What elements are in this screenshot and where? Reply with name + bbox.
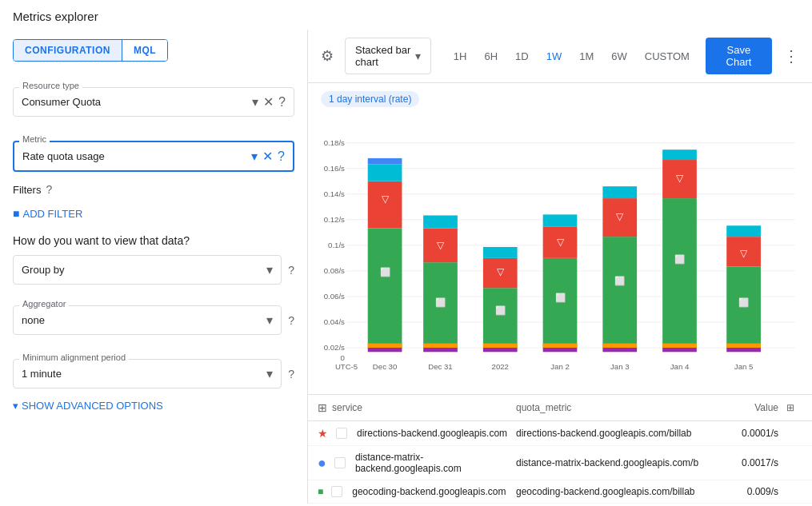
left-panel: CONFIGURATION MQL Resource type Consumer…: [0, 30, 308, 504]
aggregator-section: Aggregator none ▾ ?: [13, 293, 294, 335]
legend-col-quota: quota_metric: [516, 402, 714, 413]
svg-rect-21: [368, 164, 402, 181]
svg-text:⬜: ⬜: [738, 297, 750, 308]
svg-text:0.18/s: 0.18/s: [324, 138, 345, 147]
group-by-select[interactable]: Group by ▾: [13, 255, 282, 285]
legend-row-3-service: ■ geocoding-backend.googleapis.com: [318, 486, 516, 497]
time-1d-button[interactable]: 1D: [507, 46, 537, 67]
svg-rect-50: [602, 186, 637, 198]
metric-help-icon[interactable]: ?: [278, 149, 285, 164]
view-section-title: How do you want to view that data?: [13, 234, 294, 247]
service-col-icon: ⊞: [318, 401, 327, 414]
resource-type-section: Resource type Consumer Quota ▾ ✕ ?: [13, 74, 294, 117]
svg-rect-58: [662, 348, 697, 352]
add-filter-button[interactable]: ■ ADD FILTER: [13, 204, 294, 223]
resource-type-label: Resource type: [19, 81, 82, 90]
svg-rect-65: [726, 348, 761, 352]
legend-row-2-checkbox[interactable]: [334, 457, 346, 468]
svg-text:⬜: ⬜: [674, 254, 686, 265]
metric-label: Metric: [19, 134, 50, 144]
tab-mql[interactable]: MQL: [122, 40, 167, 61]
vis-icon[interactable]: ⊞: [786, 402, 794, 413]
chart-container: 0.18/s 0.16/s 0.14/s 0.12/s 0.1/s 0.08/s…: [321, 114, 799, 394]
legend-row-1-service: ★ directions-backend.googleapis.com: [318, 427, 516, 440]
svg-text:⬜: ⬜: [380, 267, 391, 277]
legend-row: ★ directions-backend.googleapis.com dire…: [308, 421, 812, 446]
aggregator-help-icon[interactable]: ?: [288, 314, 294, 327]
legend-row: ● distance-matrix-backend.googleapis.com…: [308, 446, 812, 480]
svg-text:0.16/s: 0.16/s: [324, 164, 345, 173]
filters-help-icon[interactable]: ?: [46, 183, 52, 196]
svg-text:▽: ▽: [676, 173, 684, 183]
tab-bar: CONFIGURATION MQL: [13, 39, 168, 62]
time-1h-button[interactable]: 1H: [446, 46, 475, 67]
more-options-icon[interactable]: ⋮: [783, 46, 799, 66]
resource-type-dropdown-icon[interactable]: ▾: [252, 94, 258, 110]
metric-value: Rate quota usage: [22, 150, 251, 162]
group-by-arrow-icon: ▾: [266, 262, 273, 277]
metric-section: Metric Rate quota usage ▾ ✕ ?: [13, 128, 294, 172]
metric-clear-icon[interactable]: ✕: [262, 149, 273, 164]
svg-rect-55: [662, 198, 697, 348]
aggregator-select[interactable]: none ▾: [13, 305, 282, 335]
svg-text:Jan 3: Jan 3: [610, 362, 630, 371]
filters-label: Filters: [13, 184, 41, 196]
resource-type-clear-icon[interactable]: ✕: [263, 94, 274, 110]
chart-type-button[interactable]: Stacked bar chart ▾: [345, 38, 431, 74]
time-1m-button[interactable]: 1M: [571, 46, 602, 67]
svg-text:⬜: ⬜: [614, 276, 626, 286]
svg-text:0: 0: [341, 353, 345, 362]
svg-text:0.12/s: 0.12/s: [324, 215, 345, 224]
legend-row-1-service-text: directions-backend.googleapis.com: [357, 428, 507, 439]
time-6h-button[interactable]: 6H: [476, 46, 506, 67]
legend-row-3-checkbox[interactable]: [331, 486, 342, 497]
alignment-select[interactable]: 1 minute ▾: [13, 359, 282, 388]
group-by-help-icon[interactable]: ?: [288, 264, 294, 277]
legend-row-2-quota: distance-matrix-backend.googleapis.com/b: [516, 457, 714, 468]
resource-type-value: Consumer Quota: [22, 96, 252, 108]
legend-row-2-dot-icon: ●: [318, 456, 326, 470]
legend-row-2-value-text: 0.0017/s: [742, 457, 778, 468]
svg-text:▽: ▽: [557, 237, 565, 247]
svg-text:0.02/s: 0.02/s: [324, 343, 345, 352]
svg-rect-51: [602, 348, 637, 352]
time-custom-button[interactable]: CUSTOM: [637, 46, 698, 67]
legend-row-2-service-text: distance-matrix-backend.googleapis.com: [355, 452, 516, 474]
legend-col-service: ⊞ service: [318, 401, 516, 414]
group-by-row: Group by ▾ ?: [13, 255, 294, 285]
alignment-help-icon[interactable]: ?: [288, 368, 294, 380]
legend-row-2-service: ● distance-matrix-backend.googleapis.com: [318, 452, 516, 474]
settings-icon[interactable]: ⚙: [321, 47, 334, 65]
chart-svg-area: 0.18/s 0.16/s 0.14/s 0.12/s 0.1/s 0.08/s…: [321, 114, 799, 394]
tab-configuration[interactable]: CONFIGURATION: [14, 40, 122, 61]
alignment-row: 1 minute ▾ ?: [13, 359, 294, 388]
resource-type-help-icon[interactable]: ?: [278, 95, 286, 110]
time-1w-button[interactable]: 1W: [538, 46, 570, 67]
time-6w-button[interactable]: 6W: [603, 46, 635, 67]
group-by-value: Group by: [22, 264, 64, 276]
legend-table: ⊞ service quota_metric Value ⊞ ★ directi…: [308, 394, 812, 504]
svg-rect-48: [602, 237, 637, 348]
svg-rect-29: [423, 215, 458, 228]
add-filter-label: ADD FILTER: [22, 208, 82, 220]
metric-dropdown-icon[interactable]: ▾: [251, 149, 258, 164]
svg-text:▽: ▽: [740, 248, 748, 258]
legend-row-1-checkbox[interactable]: [336, 428, 347, 439]
metric-field[interactable]: Rate quota usage ▾ ✕ ?: [13, 141, 294, 172]
svg-rect-52: [602, 344, 637, 348]
filters-row: Filters ?: [13, 183, 294, 196]
legend-col-value: Value: [714, 402, 778, 413]
svg-text:UTC-5: UTC-5: [335, 362, 358, 371]
save-chart-button[interactable]: Save Chart: [706, 38, 772, 74]
legend-row-1-value-text: 0.0001/s: [742, 428, 778, 439]
aggregator-arrow-icon: ▾: [266, 313, 273, 328]
resource-type-field[interactable]: Consumer Quota ▾ ✕ ?: [13, 87, 294, 117]
show-advanced-button[interactable]: ▾ SHOW ADVANCED OPTIONS: [13, 400, 294, 412]
legend-header: ⊞ service quota_metric Value ⊞: [308, 395, 812, 421]
svg-rect-41: [543, 258, 578, 348]
svg-rect-66: [726, 344, 761, 348]
legend-row-3-square-icon: ■: [318, 486, 323, 497]
svg-rect-19: [368, 228, 402, 348]
legend-row-3-quota-text: geocoding-backend.googleapis.com/billab: [516, 486, 695, 497]
alignment-label: Minimum alignment period: [19, 353, 129, 362]
